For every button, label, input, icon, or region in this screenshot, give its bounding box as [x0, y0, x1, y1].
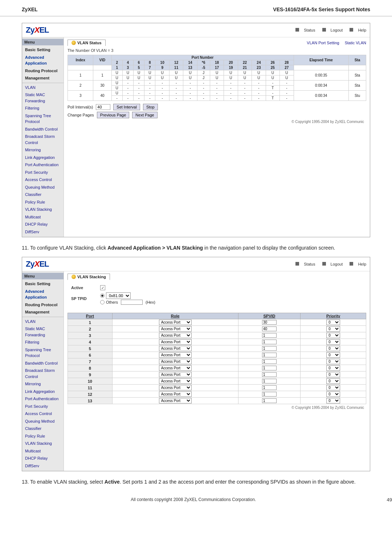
role-select[interactable]: Access Port Tunnel Port — [159, 378, 192, 384]
role-select[interactable]: Access Port Tunnel Port — [159, 385, 192, 390]
spvid-input[interactable] — [262, 327, 277, 331]
s2-diffserv[interactable]: DiffServ — [22, 462, 64, 470]
sidebar-classifier[interactable]: Classifier — [22, 191, 64, 198]
s2-static-mac[interactable]: Static MAC Forwarding — [22, 325, 64, 338]
sidebar-port-auth[interactable]: Port Authentication — [22, 161, 64, 169]
priority-select[interactable]: 0 — [326, 346, 340, 351]
sidebar-access-ctrl[interactable]: Access Control — [22, 176, 64, 184]
s2-policy-rule[interactable]: Policy Rule — [22, 432, 64, 440]
s2-multicast[interactable]: Multicast — [22, 447, 64, 455]
prev-page-button[interactable]: Previous Page — [97, 112, 130, 118]
s2-basic-setting[interactable]: Basic Setting — [22, 280, 64, 288]
logout-link2[interactable]: Logout — [331, 262, 343, 266]
role-select[interactable]: Access Port Tunnel Port — [159, 372, 192, 377]
sidebar-port-sec[interactable]: Port Security — [22, 169, 64, 176]
s2-broadcast-storm[interactable]: Broadcast Storm Control — [22, 367, 64, 380]
sidebar-policy-rule[interactable]: Policy Rule — [22, 198, 64, 206]
sidebar-diffserv[interactable]: DiffServ — [22, 228, 64, 236]
vlan-status-tab[interactable]: VLAN Status — [68, 40, 106, 46]
role-select[interactable]: Access Port Tunnel Port — [159, 365, 192, 371]
s2-spanning-tree[interactable]: Spanning Tree Protocol — [22, 346, 64, 360]
priority-select[interactable]: 0 — [326, 352, 340, 358]
static-vlan-link[interactable]: Static VLAN — [345, 41, 366, 45]
priority-select[interactable]: 0 — [326, 378, 340, 384]
s2-port-auth[interactable]: Port Authentication — [22, 395, 64, 403]
spvid-input[interactable] — [262, 359, 277, 364]
sidebar-queuing[interactable]: Queuing Method — [22, 184, 64, 191]
help-link[interactable]: Help — [358, 28, 366, 32]
priority-select[interactable]: 0 — [326, 339, 340, 345]
sidebar-vlan[interactable]: VLAN — [22, 84, 64, 91]
role-select[interactable]: Access Port Tunnel Port — [159, 391, 192, 397]
s2-bandwidth[interactable]: Bandwidth Control — [22, 360, 64, 367]
next-page-button[interactable]: Next Page — [132, 112, 157, 118]
status-link2[interactable]: Status — [304, 262, 315, 266]
sidebar-filtering[interactable]: Filtering — [22, 104, 64, 112]
s2-queuing[interactable]: Queuing Method — [22, 418, 64, 425]
s2-classifier[interactable]: Classifier — [22, 425, 64, 432]
role-select[interactable]: Access Port Tunnel Port — [159, 333, 192, 338]
s2-dhcp-relay[interactable]: DHCP Relay — [22, 455, 64, 462]
help-link2[interactable]: Help — [358, 262, 366, 266]
sidebar-bandwidth[interactable]: Bandwidth Control — [22, 126, 64, 133]
s2-advanced-app[interactable]: Advanced Application — [22, 288, 64, 301]
sidebar-static-mac[interactable]: Static MAC Forwarding — [22, 91, 64, 104]
priority-select[interactable]: 0 — [326, 372, 340, 377]
s2-port-sec[interactable]: Port Security — [22, 403, 64, 410]
sidebar-mirroring[interactable]: Mirroring — [22, 146, 64, 154]
role-select[interactable]: Access Port Tunnel Port — [159, 352, 192, 358]
s2-access-ctrl[interactable]: Access Control — [22, 410, 64, 418]
priority-select[interactable]: 0 — [326, 391, 340, 397]
role-select[interactable]: Access Port Tunnel Port — [159, 346, 192, 351]
spvid-input[interactable] — [262, 392, 277, 397]
tpid-select[interactable]: 0x81.00 — [106, 292, 131, 299]
priority-select[interactable]: 0 — [326, 385, 340, 390]
priority-select[interactable]: 0 — [326, 359, 340, 364]
priority-select[interactable]: 0 — [326, 365, 340, 371]
priority-select[interactable]: 0 — [326, 398, 340, 403]
others-input[interactable] — [121, 300, 143, 305]
sidebar-spanning-tree[interactable]: Spanning Tree Protocol — [22, 112, 64, 126]
poll-interval-input[interactable] — [96, 104, 110, 110]
active-checkbox[interactable] — [100, 285, 105, 290]
stop-button[interactable]: Stop — [143, 104, 158, 110]
spvid-input[interactable] — [262, 320, 277, 325]
s2-routing[interactable]: Routing Protocol — [22, 301, 64, 309]
priority-select[interactable]: 0 — [326, 320, 340, 325]
role-select[interactable]: Access Port Tunnel Port — [159, 339, 192, 345]
spvid-input[interactable] — [262, 398, 277, 403]
sidebar-link-agg[interactable]: Link Aggregation — [22, 154, 64, 161]
s2-mirroring[interactable]: Mirroring — [22, 380, 64, 388]
priority-select[interactable]: 0 — [326, 326, 340, 332]
set-interval-button[interactable]: Set Interval — [113, 104, 140, 110]
sidebar-routing[interactable]: Routing Protocol — [22, 67, 64, 75]
priority-select[interactable]: 0 — [326, 333, 340, 338]
logout-link[interactable]: Logout — [331, 28, 343, 32]
sidebar-basic-setting[interactable]: Basic Setting — [22, 46, 64, 54]
spvid-input[interactable] — [262, 372, 277, 377]
sidebar-advanced-app[interactable]: Advanced Application — [22, 54, 64, 67]
spvid-input[interactable] — [262, 333, 277, 338]
status-link[interactable]: Status — [304, 28, 315, 32]
sidebar-management[interactable]: Management — [22, 74, 64, 82]
role-select[interactable]: Access Port Tunnel Port — [159, 320, 192, 325]
vlan-port-setting-link[interactable]: VLAN Port Setting — [307, 41, 339, 45]
sidebar-dhcp-relay[interactable]: DHCP Relay — [22, 221, 64, 228]
s2-filtering[interactable]: Filtering — [22, 338, 64, 346]
sidebar-vlan-stacking[interactable]: VLAN Stacking — [22, 206, 64, 213]
s2-link-agg[interactable]: Link Aggregation — [22, 388, 64, 395]
spvid-input[interactable] — [262, 340, 277, 344]
s2-management[interactable]: Management — [22, 308, 64, 316]
sidebar-multicast[interactable]: Multicast — [22, 213, 64, 221]
sidebar-broadcast-storm[interactable]: Broadcast Storm Control — [22, 133, 64, 146]
role-select[interactable]: Access Port Tunnel Port — [159, 398, 192, 403]
role-select[interactable]: Access Port Tunnel Port — [159, 326, 192, 332]
spvid-input[interactable] — [262, 346, 277, 351]
spvid-input[interactable] — [262, 366, 277, 370]
spvid-input[interactable] — [262, 385, 277, 390]
s2-vlan-stacking[interactable]: VLAN Stacking — [22, 440, 64, 447]
tpid-radio-selected[interactable] — [100, 294, 105, 298]
role-select[interactable]: Access Port Tunnel Port — [159, 359, 192, 364]
tpid-radio-others[interactable] — [100, 300, 105, 304]
s2-vlan[interactable]: VLAN — [22, 318, 64, 325]
